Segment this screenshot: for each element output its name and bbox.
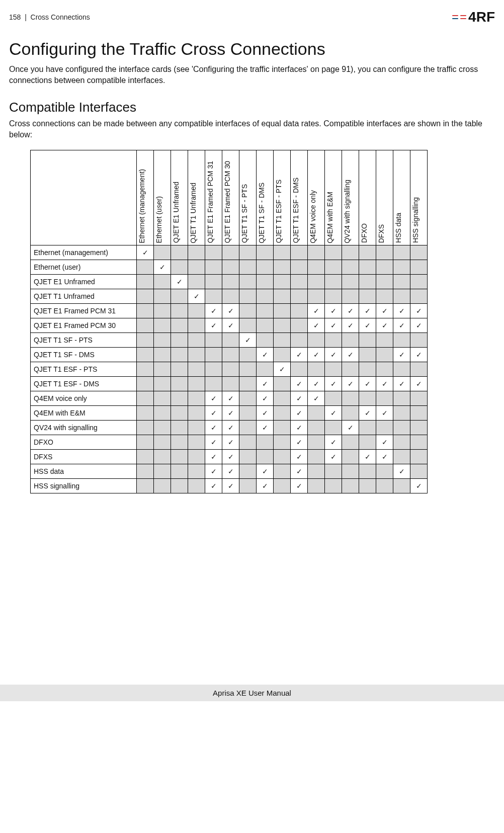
col-header: Ethernet (management) [137, 150, 154, 245]
compat-cell: ✓ [393, 304, 410, 318]
compat-cell: ✓ [291, 464, 308, 479]
compat-cell [154, 362, 171, 377]
compat-cell: ✓ [154, 260, 171, 275]
table-row: QJET T1 ESF - DMS✓✓✓✓✓✓✓✓✓ [31, 377, 428, 391]
compat-cell [188, 435, 205, 450]
row-header: Q4EM voice only [31, 391, 137, 406]
col-header: HSS signalling [410, 150, 428, 245]
col-header-label: QV24 with signalling [343, 180, 351, 243]
table-row: QJET E1 Framed PCM 30✓✓✓✓✓✓✓✓✓ [31, 318, 428, 333]
compat-cell [239, 406, 257, 421]
compat-cell [205, 348, 222, 362]
compat-cell: ✓ [239, 333, 257, 348]
compat-cell [393, 421, 410, 435]
col-header: QJET T1 ESF - PTS [274, 150, 291, 245]
compat-cell [376, 275, 393, 289]
compat-cell: ✓ [376, 450, 393, 464]
compat-cell [410, 289, 428, 304]
table-row: DFXO✓✓✓✓✓ [31, 435, 428, 450]
compat-cell [239, 318, 257, 333]
compat-cell [154, 304, 171, 318]
compat-cell: ✓ [257, 464, 274, 479]
compat-cell [308, 362, 325, 377]
compat-cell [410, 450, 428, 464]
compat-cell [137, 450, 154, 464]
compat-cell: ✓ [308, 318, 325, 333]
compat-cell [342, 406, 359, 421]
compat-cell [274, 348, 291, 362]
compat-cell [342, 479, 359, 493]
compat-cell [342, 391, 359, 406]
compat-cell: ✓ [325, 435, 342, 450]
compat-cell: ✓ [376, 304, 393, 318]
compat-cell [410, 406, 428, 421]
header-left: 158 | Cross Connections [9, 13, 90, 21]
compat-cell [154, 479, 171, 493]
compat-cell [274, 406, 291, 421]
logo-icon [450, 13, 466, 21]
compat-cell [342, 260, 359, 275]
compat-cell: ✓ [308, 348, 325, 362]
compat-cell [154, 421, 171, 435]
compat-cell: ✓ [359, 406, 376, 421]
row-header: QJET E1 Unframed [31, 275, 137, 289]
compat-cell [205, 333, 222, 348]
compat-cell [274, 391, 291, 406]
footer-text: Aprisa XE User Manual [0, 685, 504, 701]
compat-cell [257, 275, 274, 289]
compat-cell [274, 289, 291, 304]
compat-cell: ✓ [257, 377, 274, 391]
compat-cell: ✓ [137, 245, 154, 260]
compat-cell [393, 260, 410, 275]
compat-cell [137, 435, 154, 450]
compat-cell [274, 333, 291, 348]
compat-cell [188, 304, 205, 318]
compat-cell [291, 318, 308, 333]
compat-cell: ✓ [205, 318, 222, 333]
compat-cell [205, 289, 222, 304]
compat-cell [154, 464, 171, 479]
compat-cell: ✓ [325, 377, 342, 391]
compat-cell [137, 333, 154, 348]
col-header-label: QJET T1 SF - PTS [240, 184, 248, 243]
compat-cell: ✓ [308, 304, 325, 318]
row-header: QJET T1 ESF - DMS [31, 377, 137, 391]
compat-cell: ✓ [342, 377, 359, 391]
compat-cell [222, 377, 239, 391]
compat-cell [154, 450, 171, 464]
compat-cell [410, 275, 428, 289]
compat-cell [171, 479, 188, 493]
row-header: QJET E1 Framed PCM 30 [31, 318, 137, 333]
compat-cell [171, 348, 188, 362]
compat-cell: ✓ [342, 304, 359, 318]
row-header: QV24 with signalling [31, 421, 137, 435]
compat-cell [291, 289, 308, 304]
compat-cell [393, 450, 410, 464]
compat-cell [154, 377, 171, 391]
compat-cell: ✓ [257, 479, 274, 493]
col-header-label: Ethernet (management) [138, 169, 146, 243]
logo: 4RF [450, 9, 495, 25]
compat-cell [137, 362, 154, 377]
compat-cell: ✓ [410, 304, 428, 318]
compat-cell [376, 348, 393, 362]
col-header: QJET T1 SF - DMS [257, 150, 274, 245]
compat-cell [410, 391, 428, 406]
compat-cell: ✓ [376, 406, 393, 421]
compat-cell [137, 289, 154, 304]
compat-cell [154, 435, 171, 450]
compat-cell [376, 289, 393, 304]
compat-cell [257, 435, 274, 450]
row-header: QJET T1 SF - PTS [31, 333, 137, 348]
compat-cell [171, 435, 188, 450]
compat-cell [222, 260, 239, 275]
col-header-label: Ethernet (user) [155, 196, 163, 243]
compat-cell [291, 362, 308, 377]
compat-cell: ✓ [257, 391, 274, 406]
col-header: HSS data [393, 150, 410, 245]
compat-cell: ✓ [393, 464, 410, 479]
table-corner [31, 150, 137, 245]
compat-cell [291, 275, 308, 289]
compat-cell [376, 362, 393, 377]
col-header-label: Q4EM voice only [309, 190, 317, 243]
